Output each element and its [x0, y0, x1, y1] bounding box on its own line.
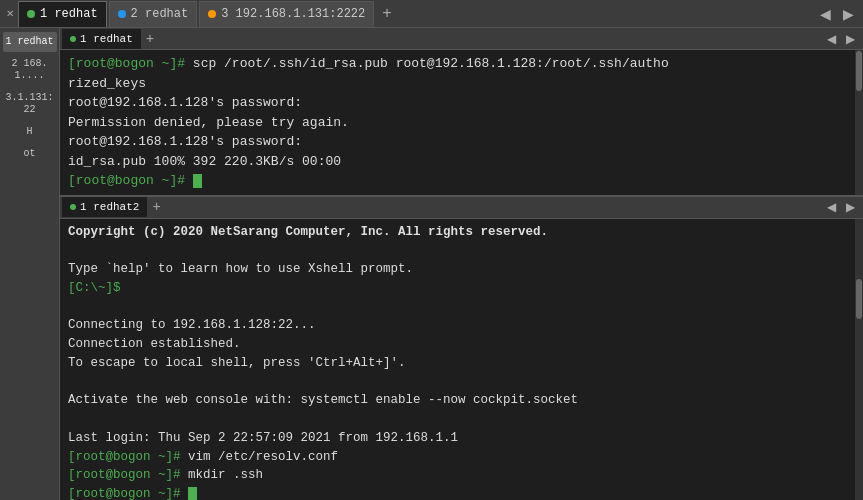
bottom-terminal-tab-bar: 1 redhat2 + ◀ ▶	[60, 197, 863, 219]
bottom-scrollbar-thumb[interactable]	[856, 279, 862, 319]
bot-line-empty2	[68, 298, 847, 317]
top-term-add[interactable]: +	[141, 31, 159, 47]
bottom-terminal-tab-label: 1 redhat2	[80, 201, 139, 213]
tab-nav-buttons: ◀ ▶	[815, 4, 863, 24]
sidebar-item-3[interactable]: 3.1.131:22	[3, 88, 57, 120]
top-term-dot	[70, 36, 76, 42]
sidebar-item-label-1: 1 redhat	[5, 36, 53, 47]
bottom-term-prev[interactable]: ◀	[823, 199, 840, 215]
top-line-2: root@192.168.1.128's password:	[68, 93, 847, 113]
sidebar-item-5[interactable]: ot	[3, 144, 57, 164]
top-line-5: id_rsa.pub 100% 392 220.3KB/s 00:00	[68, 152, 847, 172]
tab-3-ip[interactable]: 3 192.168.1.131:2222	[199, 1, 374, 27]
tab-label-3: 3 192.168.1.131:2222	[221, 7, 365, 21]
top-terminal-tab-bar: 1 redhat + ◀ ▶	[60, 28, 863, 50]
tab-label-1: 1 redhat	[40, 7, 98, 21]
bot-line-empty4	[68, 410, 847, 429]
bot-line-empty3	[68, 373, 847, 392]
top-line-6: [root@bogon ~]#	[68, 171, 847, 191]
top-line-1: [root@bogon ~]# scp /root/.ssh/id_rsa.pu…	[68, 54, 847, 74]
top-line-4: root@192.168.1.128's password:	[68, 132, 847, 152]
sidebar-item-label-3: 3.1.131:22	[5, 92, 53, 115]
tab-dot-3	[208, 10, 216, 18]
tab-prev-button[interactable]: ◀	[815, 4, 836, 24]
top-scrollbar-thumb[interactable]	[856, 51, 862, 91]
bot-line-5: Connection established.	[68, 335, 847, 354]
bot-line-1: Copyright (c) 2020 NetSarang Computer, I…	[68, 223, 847, 242]
top-line-3: Permission denied, please try again.	[68, 113, 847, 133]
cursor-bottom	[188, 487, 197, 500]
close-button[interactable]: ✕	[2, 6, 18, 21]
sidebar: 1 redhat 2 168.1.... 3.1.131:22 H ot	[0, 28, 60, 500]
sidebar-item-label-2: 2 168.1....	[11, 58, 47, 81]
top-terminal-body[interactable]: [root@bogon ~]# scp /root/.ssh/id_rsa.pu…	[60, 50, 855, 195]
bottom-term-next[interactable]: ▶	[842, 199, 859, 215]
tab-add-button[interactable]: +	[376, 5, 398, 23]
top-scrollbar[interactable]	[855, 50, 863, 195]
top-term-nav: ◀ ▶	[823, 31, 863, 47]
bottom-term-dot	[70, 204, 76, 210]
bot-line-8: Last login: Thu Sep 2 22:57:09 2021 from…	[68, 429, 847, 448]
top-term-prev[interactable]: ◀	[823, 31, 840, 47]
bottom-terminal-tab[interactable]: 1 redhat2	[62, 197, 147, 217]
bot-line-7: Activate the web console with: systemctl…	[68, 391, 847, 410]
bottom-scrollbar[interactable]	[855, 219, 863, 501]
bot-line-9: [root@bogon ~]# vim /etc/resolv.conf	[68, 448, 847, 467]
top-tab-bar: ✕ 1 redhat 2 redhat 3 192.168.1.131:2222…	[0, 0, 863, 28]
sidebar-item-2[interactable]: 2 168.1....	[3, 54, 57, 86]
sidebar-item-4[interactable]: H	[3, 122, 57, 142]
top-line-wrap: rized_keys	[68, 74, 847, 94]
top-terminal-wrapper: [root@bogon ~]# scp /root/.ssh/id_rsa.pu…	[60, 50, 863, 195]
tab-label-2: 2 redhat	[131, 7, 189, 21]
sidebar-item-label-5: ot	[23, 148, 35, 159]
main-area: 1 redhat 2 168.1.... 3.1.131:22 H ot 1 r…	[0, 28, 863, 500]
tab-next-button[interactable]: ▶	[838, 4, 859, 24]
tab-dot-1	[27, 10, 35, 18]
bot-line-empty1	[68, 241, 847, 260]
top-terminal-tab-label: 1 redhat	[80, 33, 133, 45]
terminal-bottom: 1 redhat2 + ◀ ▶ Copyright (c) 2020 NetSa…	[60, 197, 863, 501]
top-term-next[interactable]: ▶	[842, 31, 859, 47]
terminals-area: 1 redhat + ◀ ▶ [root@bogon ~]# scp /root…	[60, 28, 863, 500]
bot-line-6: To escape to local shell, press 'Ctrl+Al…	[68, 354, 847, 373]
tab-dot-2	[118, 10, 126, 18]
bottom-terminal-body[interactable]: Copyright (c) 2020 NetSarang Computer, I…	[60, 219, 855, 501]
bot-line-4: Connecting to 192.168.1.128:22...	[68, 316, 847, 335]
bot-line-10: [root@bogon ~]# mkdir .ssh	[68, 466, 847, 485]
sidebar-item-label-4: H	[26, 126, 32, 137]
tab-1-redhat[interactable]: 1 redhat	[18, 1, 107, 27]
tab-2-redhat[interactable]: 2 redhat	[109, 1, 198, 27]
bot-line-11: [root@bogon ~]#	[68, 485, 847, 500]
bot-line-3: [C:\~]$	[68, 279, 847, 298]
terminal-top: 1 redhat + ◀ ▶ [root@bogon ~]# scp /root…	[60, 28, 863, 197]
top-terminal-tab[interactable]: 1 redhat	[62, 29, 141, 49]
cursor-top	[193, 174, 202, 188]
bottom-terminal-wrapper: Copyright (c) 2020 NetSarang Computer, I…	[60, 219, 863, 501]
sidebar-item-1[interactable]: 1 redhat	[3, 32, 57, 52]
bottom-term-add[interactable]: +	[147, 199, 165, 215]
bot-line-2: Type `help' to learn how to use Xshell p…	[68, 260, 847, 279]
bottom-term-nav: ◀ ▶	[823, 199, 863, 215]
